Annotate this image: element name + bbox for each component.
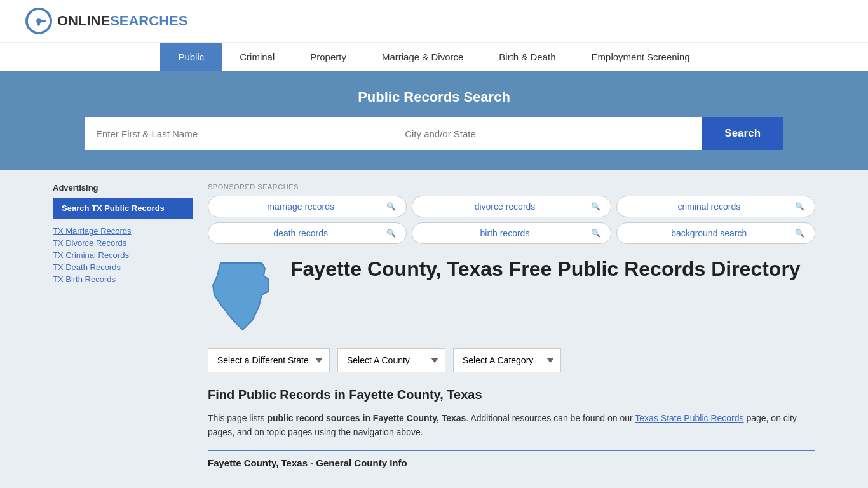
nav-employment[interactable]: Employment Screening xyxy=(574,43,708,71)
category-dropdown[interactable]: Select A Category xyxy=(453,348,561,372)
site-header: ONLINESEARCHES xyxy=(0,0,868,42)
search-form: Search xyxy=(85,117,783,150)
page-title: Fayette County, Texas Free Public Record… xyxy=(290,257,801,281)
search-button[interactable]: Search xyxy=(702,117,783,150)
body-text: This page lists public record sources in… xyxy=(208,411,815,440)
sidebar-link-divorce[interactable]: TX Divorce Records xyxy=(53,238,193,248)
body-text-bold: public record sources in Fayette County,… xyxy=(267,413,466,423)
main-nav: Public Criminal Property Marriage & Divo… xyxy=(0,42,868,71)
sidebar-link-death[interactable]: TX Death Records xyxy=(53,262,193,272)
sidebar-link-marriage[interactable]: TX Marriage Records xyxy=(53,226,193,236)
sponsored-item-divorce[interactable]: divorce records 🔍 xyxy=(412,196,611,217)
search-banner: Public Records Search Search xyxy=(0,71,868,170)
nav-property[interactable]: Property xyxy=(292,43,364,71)
svg-point-1 xyxy=(36,18,41,24)
sponsored-label: SPONSORED SEARCHES xyxy=(208,183,815,191)
main-content: SPONSORED SEARCHES marriage records 🔍 di… xyxy=(208,170,815,468)
sponsored-item-criminal[interactable]: criminal records 🔍 xyxy=(616,196,815,217)
sponsored-link-divorce[interactable]: divorce records xyxy=(423,201,587,212)
state-dropdown[interactable]: Select a Different State xyxy=(208,348,330,372)
sidebar-link-birth[interactable]: TX Birth Records xyxy=(53,274,193,284)
search-icon-background: 🔍 xyxy=(795,229,804,238)
ad-button[interactable]: Search TX Public Records xyxy=(53,198,193,219)
search-banner-title: Public Records Search xyxy=(25,89,843,105)
logo-text-searches: SEARCHES xyxy=(110,13,187,29)
sponsored-link-birth[interactable]: birth records xyxy=(423,228,587,238)
sponsored-item-birth[interactable]: birth records 🔍 xyxy=(412,222,611,244)
page-heading: Fayette County, Texas Free Public Record… xyxy=(208,257,815,333)
location-input[interactable] xyxy=(393,117,702,150)
nav-criminal[interactable]: Criminal xyxy=(222,43,292,71)
sponsored-item-death[interactable]: death records 🔍 xyxy=(208,222,407,244)
sponsored-item-background[interactable]: background search 🔍 xyxy=(616,222,815,244)
logo-text-online: ONLINE xyxy=(57,13,110,29)
body-text-mid: . Additional resources can be found on o… xyxy=(466,413,635,423)
search-icon-divorce: 🔍 xyxy=(591,202,600,211)
nav-public[interactable]: Public xyxy=(160,43,222,71)
search-icon-birth: 🔍 xyxy=(591,229,600,238)
sponsored-link-marriage[interactable]: marriage records xyxy=(219,201,383,212)
sidebar-link-criminal[interactable]: TX Criminal Records xyxy=(53,250,193,260)
search-icon-death: 🔍 xyxy=(386,229,396,238)
sponsored-item-marriage[interactable]: marriage records 🔍 xyxy=(208,196,407,217)
dropdown-row: Select a Different State Select A County… xyxy=(208,348,815,372)
find-heading: Find Public Records in Fayette County, T… xyxy=(208,388,815,402)
sidebar-links: TX Marriage Records TX Divorce Records T… xyxy=(53,226,193,284)
sponsored-link-background[interactable]: background search xyxy=(627,228,791,238)
nav-birth-death[interactable]: Birth & Death xyxy=(481,43,573,71)
texas-map-icon xyxy=(208,257,278,333)
texas-state-link[interactable]: Texas State Public Records xyxy=(635,413,743,423)
sponsored-link-death[interactable]: death records xyxy=(219,228,383,238)
ad-label: Advertising xyxy=(53,183,193,193)
body-text-pre: This page lists xyxy=(208,413,267,423)
logo-icon xyxy=(25,8,52,34)
nav-marriage-divorce[interactable]: Marriage & Divorce xyxy=(364,43,481,71)
county-dropdown[interactable]: Select A County xyxy=(337,348,445,372)
name-input[interactable] xyxy=(85,117,393,150)
sidebar: Advertising Search TX Public Records TX … xyxy=(53,170,193,468)
search-icon-marriage: 🔍 xyxy=(386,202,396,211)
main-layout: Advertising Search TX Public Records TX … xyxy=(40,170,828,468)
sponsored-link-criminal[interactable]: criminal records xyxy=(627,201,791,212)
sponsored-grid: marriage records 🔍 divorce records 🔍 cri… xyxy=(208,196,815,244)
county-info-heading: Fayette County, Texas - General County I… xyxy=(208,450,815,468)
logo: ONLINESEARCHES xyxy=(25,8,187,34)
search-icon-criminal: 🔍 xyxy=(795,202,804,211)
